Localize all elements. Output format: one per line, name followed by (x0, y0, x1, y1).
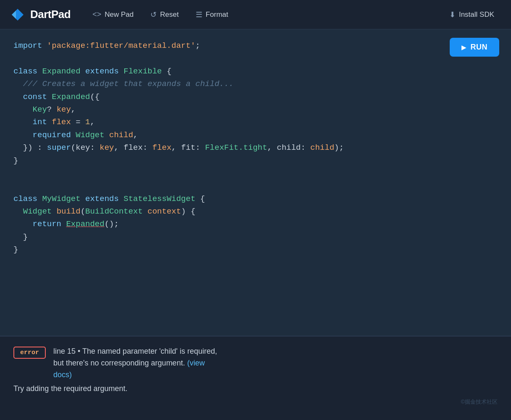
editor-area[interactable]: ▶ RUN import 'package:flutter/material.d… (0, 29, 511, 336)
error-message-line1: The named parameter 'child' is required, (82, 347, 217, 355)
reset-button[interactable]: ↺ Reset (142, 7, 187, 23)
logo-text: DartPad (30, 8, 71, 21)
code-editor[interactable]: import 'package:flutter/material.dart'; … (13, 39, 498, 256)
header: DartPad <> New Pad ↺ Reset ☰ Format ⬇ In… (0, 0, 511, 29)
format-icon: ☰ (196, 10, 202, 19)
error-badge: error (13, 347, 46, 359)
svg-marker-1 (12, 10, 16, 19)
new-pad-button[interactable]: <> New Pad (84, 7, 142, 22)
install-sdk-label: Install SDK (459, 10, 494, 19)
reset-label: Reset (160, 10, 178, 19)
error-panel: error line 15 • The named parameter 'chi… (0, 336, 511, 418)
error-row: error line 15 • The named parameter 'chi… (13, 346, 498, 381)
logo-area: DartPad (10, 7, 71, 22)
install-sdk-button[interactable]: ⬇ Install SDK (443, 7, 501, 23)
error-message-line2: but there's no corresponding argument. (53, 359, 185, 367)
dartpad-logo-icon (10, 7, 25, 22)
format-label: Format (206, 10, 228, 19)
error-message: line 15 • The named parameter 'child' is… (53, 346, 217, 381)
play-icon: ▶ (461, 44, 466, 51)
run-button[interactable]: ▶ RUN (450, 38, 499, 57)
new-pad-label: New Pad (105, 10, 134, 19)
error-line-ref: line 15 (53, 347, 76, 355)
error-suggestion-text: Try adding the required argument. (13, 384, 128, 393)
new-pad-icon: <> (92, 10, 101, 19)
reset-icon: ↺ (150, 10, 157, 19)
format-button[interactable]: ☰ Format (187, 7, 237, 23)
error-dot: • (78, 347, 82, 355)
error-suggestion: Try adding the required argument. (13, 384, 498, 393)
install-icon: ⬇ (449, 10, 456, 19)
run-label: RUN (471, 43, 488, 52)
watermark: ©掘金技术社区 (13, 398, 498, 406)
